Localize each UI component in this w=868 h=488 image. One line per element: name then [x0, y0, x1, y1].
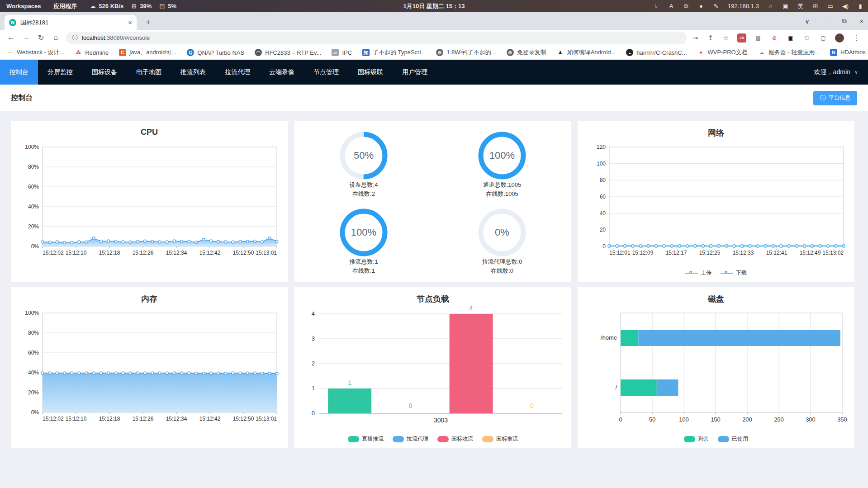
- new-tab-button[interactable]: +: [142, 16, 154, 28]
- node-load-chart[interactable]: 0123410403003: [294, 303, 571, 439]
- screenshot-tool-icon[interactable]: A: [668, 3, 674, 9]
- svg-text:15:12:34: 15:12:34: [166, 250, 187, 256]
- window-controls: ∨—⧉×: [805, 12, 863, 30]
- profile-avatar[interactable]: [835, 33, 844, 43]
- network-chart[interactable]: 02040608010012015:12:0115:12:0915:12:171…: [578, 137, 854, 273]
- bookmark-favicon: ◒: [626, 49, 633, 56]
- svg-text:15:13:01: 15:13:01: [256, 416, 277, 422]
- key-icon[interactable]: ⊸: [691, 34, 699, 42]
- bookmark-item[interactable]: ⁂Redmine: [75, 49, 109, 56]
- nav-item-0[interactable]: 控制台: [0, 60, 38, 85]
- workspaces-button[interactable]: Workspaces: [6, 3, 41, 9]
- bookmark-star-icon[interactable]: ☆: [722, 34, 730, 42]
- svg-text:15:12:25: 15:12:25: [699, 250, 721, 256]
- svg-text:50: 50: [649, 416, 655, 423]
- memory-usage-indicator[interactable]: ▤5%: [159, 3, 176, 9]
- ext-dark-square-icon[interactable]: ▣: [786, 33, 795, 43]
- svg-text:80%: 80%: [28, 164, 39, 170]
- bookmark-favicon: ☰: [6, 49, 14, 56]
- nav-item-9[interactable]: 用户管理: [393, 60, 437, 85]
- cpu-usage-indicator[interactable]: ⊞39%: [131, 3, 152, 9]
- minimize-button[interactable]: —: [823, 18, 829, 25]
- browser-tab[interactable]: w 国标28181 ×: [5, 15, 137, 30]
- ext-box-icon[interactable]: ▢: [819, 33, 828, 43]
- bookmark-item[interactable]: ⊕1.8W字|了不起的...: [436, 48, 496, 57]
- svg-text:2: 2: [312, 360, 315, 367]
- input-method-indicator[interactable]: 英: [797, 2, 804, 10]
- nav-item-4[interactable]: 推流列表: [171, 60, 215, 85]
- app-nav-items: 控制台分屏监控国标设备电子地图推流列表拉流代理云端录像节点管理国标级联用户管理: [0, 60, 437, 85]
- legend-item[interactable]: 已使用: [718, 435, 748, 443]
- applications-button[interactable]: 应用程序: [53, 2, 77, 10]
- tab-title: 国标28181: [20, 19, 48, 27]
- disk-chart[interactable]: 050100150200250300350/home/: [578, 303, 854, 439]
- svg-text:1: 1: [348, 379, 351, 386]
- svg-text:1: 1: [312, 385, 315, 392]
- user-menu[interactable]: 欢迎，admin ∨: [814, 68, 868, 76]
- svg-text:0%: 0%: [495, 227, 509, 238]
- reload-icon[interactable]: ↻: [33, 33, 48, 43]
- close-button[interactable]: ×: [860, 18, 863, 25]
- virtual-desktop-icon[interactable]: ⊞: [812, 3, 819, 9]
- restore-button[interactable]: ⧉: [842, 17, 847, 25]
- ext-blocker-icon[interactable]: ⊘: [770, 33, 779, 43]
- legend-item[interactable]: 国标收流: [437, 435, 473, 443]
- bing-icon[interactable]: ♭: [653, 3, 659, 9]
- svg-text:4: 4: [312, 310, 315, 317]
- jar-applet-icon[interactable]: ●: [698, 3, 704, 9]
- bookmark-item[interactable]: ♟如何编译Android...: [557, 48, 616, 57]
- legend-item[interactable]: 国标推流: [482, 435, 518, 443]
- legend-item[interactable]: 拉流代理: [393, 435, 428, 443]
- nav-item-8[interactable]: 国标级联: [348, 60, 393, 85]
- cpu-chart[interactable]: 0%20%40%60%80%100%15:12:0215:12:1015:12:…: [11, 137, 288, 273]
- legend-item[interactable]: 上传: [685, 269, 711, 277]
- back-icon[interactable]: ←: [4, 33, 19, 43]
- window-stack-icon[interactable]: ▣: [783, 3, 789, 9]
- bookmark-item[interactable]: ⊕免登录复制: [507, 48, 546, 57]
- home-icon[interactable]: ⌂: [768, 3, 774, 9]
- address-bar[interactable]: ⓘ localhost:38080/#/console: [66, 32, 687, 44]
- clipboard-manager-icon[interactable]: ⧉: [683, 3, 689, 10]
- tab-search-chevron[interactable]: ∨: [805, 18, 810, 25]
- bookmark-item[interactable]: Cjava、android可...: [119, 48, 176, 57]
- bookmark-item[interactable]: NHDAtmos :: 种子 *...: [830, 48, 868, 57]
- nav-item-1[interactable]: 分屏监控: [38, 60, 82, 85]
- nav-item-7[interactable]: 节点管理: [304, 60, 348, 85]
- ext-puzzle-icon[interactable]: ⬡: [802, 33, 811, 43]
- bookmark-item[interactable]: ☁服务器 - 轻量应用...: [758, 48, 820, 57]
- color-picker-icon[interactable]: ✎: [713, 3, 719, 9]
- platform-info-button[interactable]: ⓘ 平台信息: [813, 91, 857, 105]
- ext-js-icon[interactable]: JS: [737, 33, 746, 43]
- nav-item-6[interactable]: 云端录像: [260, 60, 304, 85]
- bookmark-item[interactable]: QQNAP Turbo NAS: [187, 49, 244, 56]
- bookmark-favicon: ◠: [255, 49, 262, 56]
- svg-text:15:12:01: 15:12:01: [609, 250, 631, 256]
- battery-icon[interactable]: ▮: [857, 3, 863, 9]
- bookmark-item[interactable]: ◠RFC2833 – RTP Ev...: [255, 49, 321, 56]
- nav-item-3[interactable]: 电子地图: [127, 60, 171, 85]
- memory-chart[interactable]: 0%20%40%60%80%100%15:12:0215:12:1015:12:…: [11, 303, 288, 439]
- bookmark-item[interactable]: ♥WVP-PRO文档: [697, 48, 748, 57]
- bookmark-item[interactable]: ◒hairrrrr/C-CrashC...: [626, 49, 687, 56]
- info-icon: ⓘ: [820, 94, 826, 102]
- bookmark-item[interactable]: ☰Webstack - 设计...: [6, 48, 64, 57]
- volume-icon[interactable]: ◀): [842, 3, 849, 9]
- display-icon[interactable]: ▭: [827, 3, 834, 9]
- legend-item[interactable]: 下载: [721, 269, 747, 277]
- share-icon[interactable]: ↥: [707, 34, 715, 42]
- bookmark-items: ☰Webstack - 设计...⁂RedmineCjava、android可.…: [6, 48, 868, 57]
- bookmark-item[interactable]: 知了不起的 TypeScri...: [362, 48, 426, 57]
- ip-address-indicator[interactable]: 192.168.1.3: [728, 3, 759, 9]
- bookmark-item[interactable]: ▱IPC: [332, 49, 352, 56]
- legend-item[interactable]: 直播推流: [348, 435, 384, 443]
- tab-close-icon[interactable]: ×: [128, 19, 132, 26]
- legend-item[interactable]: 剩余: [684, 435, 709, 443]
- nav-item-2[interactable]: 国标设备: [82, 60, 127, 85]
- clock[interactable]: 1月10日 星期二 15：13: [403, 2, 465, 10]
- site-info-icon[interactable]: ⓘ: [72, 34, 78, 42]
- home-icon[interactable]: ⌂: [48, 33, 63, 43]
- nav-item-5[interactable]: 拉流代理: [215, 60, 260, 85]
- network-speed-indicator[interactable]: ☁526 KB/s: [90, 3, 123, 9]
- ext-printer-icon[interactable]: ▤: [754, 33, 763, 43]
- browser-menu-kebab[interactable]: ⋮: [851, 34, 862, 42]
